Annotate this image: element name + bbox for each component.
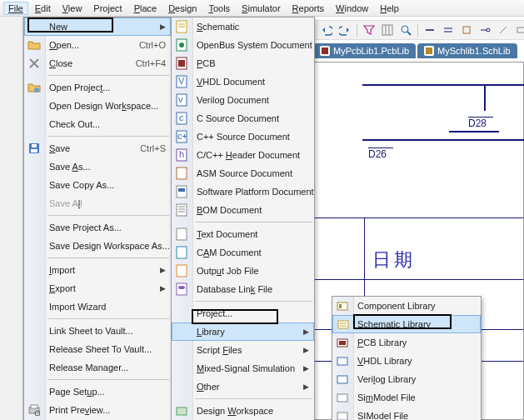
svg-rect-47 (177, 204, 187, 216)
new-cpphdr[interactable]: h C/C++ Header Document (172, 146, 314, 164)
menu-reports[interactable]: Reports (287, 2, 330, 15)
new-openbus[interactable]: OpenBus System Document (172, 36, 314, 54)
lib-component[interactable]: Component Library (332, 297, 481, 315)
menu-project[interactable]: Project (88, 2, 127, 15)
menu-window[interactable]: Window (331, 2, 373, 15)
file-open-project[interactable]: Open Project... (24, 78, 171, 97)
tab-schlib[interactable]: MySchlib1.SchLib (417, 43, 517, 58)
simmodel-icon (336, 391, 349, 404)
lib-simmodel[interactable]: SimModel File (332, 388, 481, 407)
pcblib-icon (320, 46, 330, 56)
new-vhdl[interactable]: V VHDL Document (172, 72, 314, 91)
new-asm[interactable]: ASM Source Document (172, 164, 314, 182)
svg-rect-53 (177, 265, 187, 277)
menu-simulator[interactable]: Simulator (237, 2, 285, 15)
file-save-all[interactable]: Save All (24, 194, 171, 212)
tab-pcblib[interactable]: MyPcbLib1.PcbLib (313, 43, 416, 58)
close-icon (27, 57, 41, 70)
file-save[interactable]: SaveCtrl+S (24, 139, 171, 158)
new-csrc[interactable]: c C Source Document (172, 109, 314, 128)
schlib-icon (424, 46, 434, 56)
toolbar (313, 20, 524, 40)
cam-icon (175, 246, 188, 259)
new-script[interactable]: Script Files▶ (172, 341, 314, 359)
new-mixed[interactable]: Mixed-Signal Simulation▶ (172, 359, 314, 378)
file-save-workspace-as[interactable]: Save Design Workspace As... (24, 237, 171, 255)
pcblib-icon (336, 336, 349, 349)
file-print-preview[interactable]: Print Preview... (24, 401, 171, 419)
menu-view[interactable]: View (57, 2, 87, 15)
svg-rect-56 (177, 408, 187, 415)
svg-point-3 (402, 26, 408, 32)
file-open-workspace[interactable]: Open Design Workspace... (24, 97, 171, 115)
grid-icon[interactable] (380, 22, 395, 38)
svg-text:V: V (178, 76, 185, 86)
new-workspace[interactable]: Design Workspace (172, 402, 314, 420)
open-project-icon (27, 81, 41, 94)
annotation-box-library (192, 309, 278, 324)
svg-line-4 (407, 32, 411, 35)
lib-simodel[interactable]: SIModel File (332, 407, 481, 420)
new-cam[interactable]: CAM Document (172, 243, 314, 262)
new-bom[interactable]: BOM Document (172, 201, 314, 219)
tab-schlib-label: MySchlib1.SchLib (437, 46, 510, 56)
svg-point-31 (179, 42, 184, 48)
new-text[interactable]: Text Document (172, 225, 314, 243)
svg-rect-44 (177, 168, 187, 179)
pin-icon[interactable] (477, 22, 492, 38)
svg-rect-33 (178, 60, 185, 67)
redo-icon[interactable] (337, 22, 352, 38)
new-other[interactable]: Other▶ (172, 378, 314, 396)
file-close[interactable]: CloseCtrl+F4 (24, 54, 171, 72)
new-cppsrc[interactable]: c+ C++ Source Document (172, 128, 314, 146)
menu-design[interactable]: Design (163, 2, 202, 15)
bus-icon[interactable] (441, 22, 456, 38)
file-link-vault[interactable]: Link Sheet to Vault... (24, 322, 171, 340)
net-d26: D26 (368, 148, 387, 160)
menu-edit[interactable]: EEditdit (30, 2, 56, 15)
file-save-as[interactable]: Save As... (24, 158, 171, 176)
undo-icon[interactable] (319, 22, 334, 38)
filter-icon[interactable] (362, 22, 377, 38)
vhdllib-icon (336, 354, 349, 368)
file-checkout[interactable]: Check Out... (24, 115, 171, 133)
menu-file[interactable]: File (3, 2, 28, 15)
menu-place[interactable]: Place (129, 2, 162, 15)
file-save-copy-as[interactable]: Save Copy As... (24, 176, 171, 194)
pcb-icon (175, 57, 188, 70)
lib-pcb[interactable]: PCB Library (332, 333, 481, 352)
zoom-icon[interactable] (398, 22, 413, 38)
net-icon[interactable] (422, 22, 437, 38)
tool-b-icon[interactable] (514, 22, 524, 38)
asm-icon (175, 167, 188, 180)
dblink-icon (175, 282, 188, 296)
open-icon (27, 38, 41, 52)
file-import-wizard[interactable]: Import Wizard (24, 298, 171, 316)
svg-point-18 (34, 88, 39, 92)
toolbar-sep-2 (417, 23, 418, 37)
part-icon[interactable] (459, 22, 474, 38)
componentlib-icon (336, 299, 349, 312)
svg-rect-20 (31, 149, 37, 152)
lib-vhdl[interactable]: VHDL Library (332, 352, 481, 370)
file-release-manager[interactable]: Release Manager... (24, 358, 171, 377)
new-outjob[interactable]: Output Job File (172, 262, 314, 280)
new-schematic[interactable]: Schematic (172, 18, 314, 36)
new-dblink[interactable]: Database Link File (172, 280, 314, 298)
file-save-project-as[interactable]: Save Project As... (24, 218, 171, 237)
menu-tools[interactable]: Tools (203, 2, 235, 15)
new-pcb[interactable]: PCB (172, 54, 314, 72)
file-release-vault[interactable]: Release Sheet To Vault... (24, 340, 171, 358)
menu-help[interactable]: Help (375, 2, 404, 15)
file-import[interactable]: Import▶ (24, 261, 171, 279)
file-export[interactable]: Export▶ (24, 279, 171, 298)
new-library[interactable]: Library▶ (172, 322, 314, 341)
schematic-doc-icon (175, 20, 188, 33)
text-icon (175, 228, 188, 241)
file-open[interactable]: Open...Ctrl+O (24, 36, 171, 54)
file-page-setup[interactable]: Page Setup... (24, 382, 171, 401)
tool-a-icon[interactable] (496, 22, 511, 38)
new-platform[interactable]: Software Platform Document (172, 182, 314, 201)
new-verilog[interactable]: v Verilog Document (172, 91, 314, 109)
lib-verilog[interactable]: Verilog Library (332, 370, 481, 388)
